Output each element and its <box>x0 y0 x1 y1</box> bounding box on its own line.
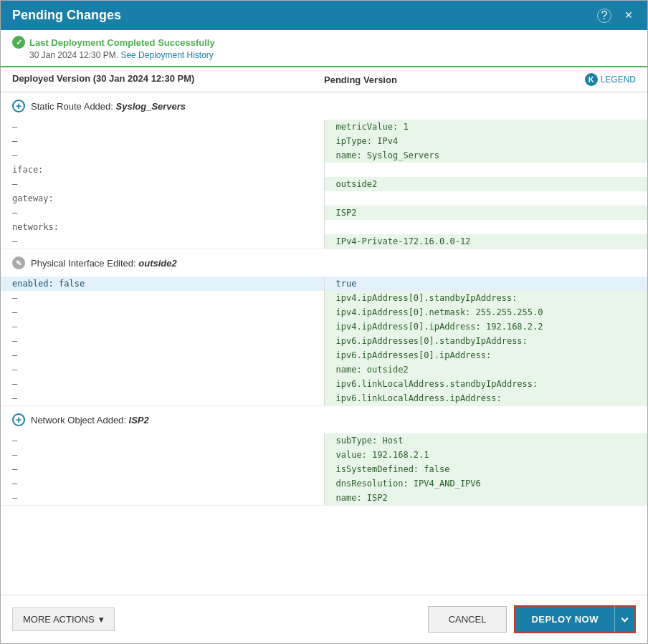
table-row: – outside2 <box>1 177 647 191</box>
section-network-object: + Network Object Added: ISP2 – subType: … <box>1 406 647 506</box>
deployed-cell: – <box>1 206 324 220</box>
deployed-cell: – <box>1 377 324 391</box>
pending-cell: ipv6.ipAddresses[0].standbyIpAddress: <box>324 334 647 348</box>
deployment-success-message: ✓ Last Deployment Completed Successfully <box>12 36 636 49</box>
modal-header: Pending Changes ? × <box>1 1 647 30</box>
pending-cell: isSystemDefined: false <box>324 462 647 476</box>
pending-cell: ipv6.linkLocalAddress.ipAddress: <box>324 391 647 405</box>
modal-footer: MORE ACTIONS ▾ CANCEL DEPLOY NOW <box>1 595 647 643</box>
table-row: – ISP2 <box>1 206 647 220</box>
pending-cell: ipv4.ipAddress[0].ipAddress: 192.168.2.2 <box>324 319 647 334</box>
pending-cell: outside2 <box>324 177 647 191</box>
deployment-subtext: 30 Jan 2024 12:30 PM. See Deployment His… <box>29 50 636 60</box>
table-row: – name: Syslog_Servers <box>1 148 647 163</box>
deployed-cell: – <box>1 134 324 148</box>
deployed-cell: – <box>1 319 324 334</box>
table-row: – name: outside2 <box>1 362 647 377</box>
columns-header: Deployed Version (30 Jan 2024 12:30 PM) … <box>1 67 647 92</box>
add-icon-network-object: + <box>12 413 25 426</box>
table-row: gateway: <box>1 191 647 206</box>
section-title-prefix: Static Route Added: <box>31 101 116 112</box>
deployment-history-link[interactable]: See Deployment History <box>120 50 213 60</box>
table-row: – ipv6.ipAddresses[0].ipAddress: <box>1 348 647 362</box>
deployed-cell: – <box>1 448 324 462</box>
header-icons: ? × <box>597 9 636 23</box>
cancel-button[interactable]: CANCEL <box>428 606 508 633</box>
section-title-name: Syslog_Servers <box>116 101 186 112</box>
legend-button[interactable]: K LEGEND <box>585 73 636 86</box>
deployed-cell: gateway: <box>1 191 324 206</box>
deployed-cell: – <box>1 362 324 377</box>
help-icon[interactable]: ? <box>597 9 611 23</box>
deployed-cell: – <box>1 476 324 491</box>
deploy-dropdown-button[interactable] <box>614 605 636 633</box>
table-row: – ipv4.ipAddress[0].standbyIpAddress: <box>1 291 647 305</box>
section-title-physical-interface: Physical Interface Edited: outside2 <box>31 258 177 269</box>
table-row: – IPv4-Private-172.16.0.0-12 <box>1 234 647 249</box>
table-row: – value: 192.168.2.1 <box>1 448 647 462</box>
section-title-prefix: Physical Interface Edited: <box>31 258 138 269</box>
pending-cell: dnsResolution: IPV4_AND_IPV6 <box>324 476 647 491</box>
deployed-cell: iface: <box>1 163 324 177</box>
deployed-cell: – <box>1 462 324 476</box>
pending-cell <box>324 220 647 234</box>
pending-cell: ipv4.ipAddress[0].netmask: 255.255.255.0 <box>324 305 647 319</box>
table-row: – metricValue: 1 <box>1 120 647 134</box>
pending-cell: name: ISP2 <box>324 491 647 505</box>
add-icon-static-route: + <box>12 100 25 112</box>
section-header-static-route: + Static Route Added: Syslog_Servers <box>1 92 647 120</box>
pending-cell <box>324 163 647 177</box>
table-row: iface: <box>1 163 647 177</box>
section-title-network-object: Network Object Added: ISP2 <box>31 415 149 426</box>
section-header-network-object: + Network Object Added: ISP2 <box>1 406 647 433</box>
table-row: enabled: false true <box>1 277 647 291</box>
table-row: – ipv6.linkLocalAddress.standbyIpAddress… <box>1 377 647 391</box>
section-physical-interface: ✎ Physical Interface Edited: outside2 en… <box>1 249 647 406</box>
table-row: networks: <box>1 220 647 234</box>
table-row: – ipv6.ipAddresses[0].standbyIpAddress: <box>1 334 647 348</box>
more-actions-chevron-icon: ▾ <box>99 614 104 625</box>
table-row: – ipv6.linkLocalAddress.ipAddress: <box>1 391 647 405</box>
success-check-icon: ✓ <box>12 36 25 49</box>
more-actions-button[interactable]: MORE ACTIONS ▾ <box>12 607 115 631</box>
deployed-cell: – <box>1 491 324 505</box>
deployed-cell: – <box>1 234 324 249</box>
deployed-cell: – <box>1 433 324 448</box>
pending-cell: subType: Host <box>324 433 647 448</box>
deploy-button-group: DEPLOY NOW <box>514 605 636 633</box>
content-area: + Static Route Added: Syslog_Servers – m… <box>1 92 647 595</box>
deployed-cell: – <box>1 148 324 163</box>
table-row: – ipv4.ipAddress[0].ipAddress: 192.168.2… <box>1 319 647 334</box>
deployed-cell: – <box>1 305 324 319</box>
deployed-column-header: Deployed Version (30 Jan 2024 12:30 PM) <box>12 73 324 86</box>
legend-label: LEGEND <box>601 75 636 85</box>
pending-cell: name: Syslog_Servers <box>324 148 647 163</box>
deploy-chevron-icon <box>621 615 629 622</box>
table-row: – dnsResolution: IPV4_AND_IPV6 <box>1 476 647 491</box>
deployed-cell: networks: <box>1 220 324 234</box>
pending-cell: IPv4-Private-172.16.0.0-12 <box>324 234 647 249</box>
legend-icon: K <box>585 73 598 86</box>
section-static-route: + Static Route Added: Syslog_Servers – m… <box>1 92 647 249</box>
deployed-cell: – <box>1 120 324 134</box>
pending-cell: ipType: IPv4 <box>324 134 647 148</box>
deployed-cell: – <box>1 177 324 191</box>
pending-cell: true <box>324 277 647 291</box>
success-text: Last Deployment Completed Successfully <box>29 37 215 48</box>
deployment-banner: ✓ Last Deployment Completed Successfully… <box>1 30 647 67</box>
deployed-cell: – <box>1 348 324 362</box>
section-title-static-route: Static Route Added: Syslog_Servers <box>31 101 186 112</box>
pending-column-header: Pending Version K LEGEND <box>324 73 636 86</box>
deploy-now-button[interactable]: DEPLOY NOW <box>514 605 614 633</box>
section-title-prefix: Network Object Added: <box>31 415 129 426</box>
pending-changes-modal: Pending Changes ? × ✓ Last Deployment Co… <box>0 0 648 644</box>
close-icon[interactable]: × <box>621 9 636 23</box>
table-row: – isSystemDefined: false <box>1 462 647 476</box>
diff-table-physical-interface: enabled: false true – ipv4.ipAddress[0].… <box>1 277 647 405</box>
pending-cell: name: outside2 <box>324 362 647 377</box>
table-row: – subType: Host <box>1 433 647 448</box>
diff-table-network-object: – subType: Host – value: 192.168.2.1 – i… <box>1 433 647 505</box>
section-header-physical-interface: ✎ Physical Interface Edited: outside2 <box>1 249 647 277</box>
pending-cell <box>324 191 647 206</box>
table-row: – name: ISP2 <box>1 491 647 505</box>
